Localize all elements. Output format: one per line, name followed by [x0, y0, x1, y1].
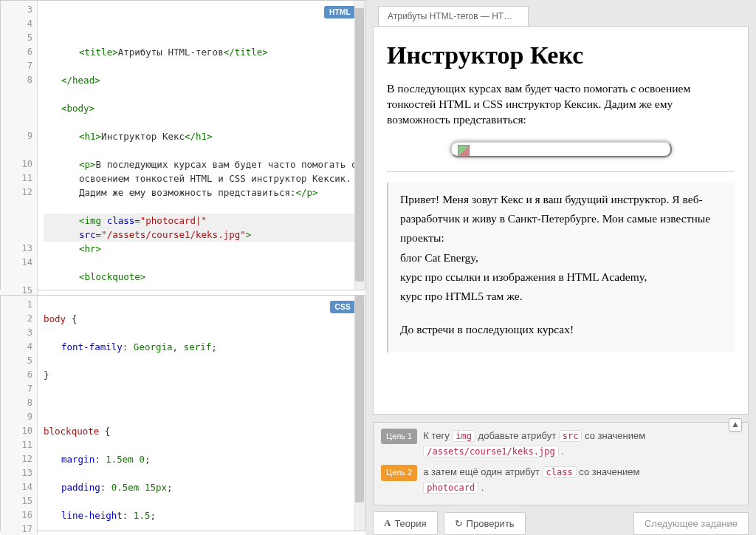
preview-tab[interactable]: Атрибуты HTML-тегов — HTML Ac	[378, 6, 529, 26]
goal-badge-2: Цель 2	[381, 465, 417, 481]
goal-badge-1: Цель 1	[381, 429, 417, 445]
preview-intro: В последующих курсах вам будет часто пом…	[387, 81, 735, 128]
goal-1-text: К тегу img добавьте атрибут src со значе…	[423, 429, 740, 460]
preview-heading: Инструктор Кекс	[387, 41, 735, 69]
right-pane: Атрибуты HTML-тегов — HTML Ac Инструктор…	[365, 0, 756, 535]
html-scrollbar[interactable]	[354, 1, 365, 290]
preview-frame: Инструктор Кекс В последующих курсах вам…	[373, 26, 749, 415]
css-gutter: 1234567891011121314151617181920	[1, 296, 38, 535]
goal-2: Цель 2 а затем ещё один атрибут class со…	[381, 465, 740, 496]
app-container: HTML 3 4 5 6 7 8 9 10 11 12 13 14 15 16 …	[0, 0, 756, 535]
goal-1: Цель 1 К тегу img добавьте атрибут src с…	[381, 429, 740, 460]
css-scrollbar[interactable]	[354, 296, 365, 531]
check-button[interactable]: Проверить	[444, 512, 526, 535]
bq-line: блог Cat Energy,	[400, 248, 723, 268]
bq-line: До встречи в последующих курсах!	[400, 320, 723, 339]
css-code-area[interactable]: body { font-family: Georgia, serif; } bl…	[38, 296, 365, 535]
bq-line: Привет! Меня зовут Кекс и я ваш будущий …	[400, 190, 723, 248]
next-task-button[interactable]: Следующее задание	[633, 512, 749, 535]
preview-hr	[387, 171, 735, 172]
html-badge: HTML	[324, 6, 356, 18]
html-editor[interactable]: HTML 3 4 5 6 7 8 9 10 11 12 13 14 15 16 …	[0, 0, 365, 290]
bq-line: курс про ссылки и изображения в HTML Aca…	[400, 268, 723, 287]
footer-buttons: Теория Проверить Следующее задание	[373, 511, 749, 535]
broken-image-icon	[450, 141, 672, 157]
goal-2-text: а затем ещё один атрибут class со значен…	[423, 465, 740, 496]
check-icon	[455, 518, 463, 529]
css-badge: CSS	[330, 301, 356, 313]
theory-icon	[384, 517, 391, 529]
left-pane: HTML 3 4 5 6 7 8 9 10 11 12 13 14 15 16 …	[0, 0, 365, 535]
css-editor[interactable]: CSS 1234567891011121314151617181920 body…	[0, 295, 365, 531]
scroll-up-icon[interactable]: ▲	[729, 418, 742, 432]
theory-button[interactable]: Теория	[373, 511, 438, 535]
preview-blockquote: Привет! Меня зовут Кекс и я ваш будущий …	[387, 183, 735, 352]
goals-panel: ▲ Цель 1 К тегу img добавьте атрибут src…	[373, 422, 749, 505]
bq-line: курс про HTML5 там же.	[400, 287, 723, 306]
